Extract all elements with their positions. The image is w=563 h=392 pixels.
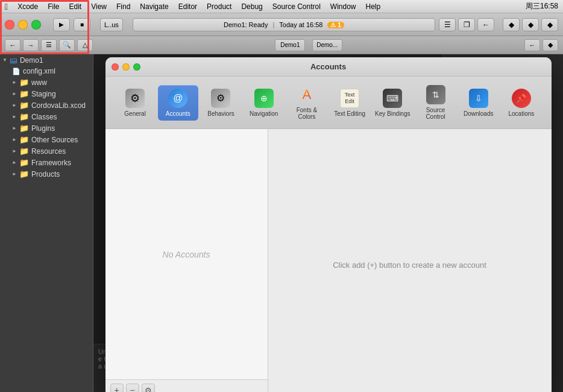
resources-folder-icon: 📁: [19, 147, 29, 156]
www-arrow-icon: ►: [12, 80, 17, 85]
keybindings-tab-icon: ⌨: [383, 89, 402, 108]
sidebar-item-plugins[interactable]: ► 📁 Plugins: [0, 122, 93, 134]
tab-text-editing[interactable]: Text Edit Text Editing: [330, 85, 370, 121]
sidebar-plugins-label: Plugins: [31, 124, 55, 133]
accounts-tab-icon: @: [168, 89, 187, 108]
prefs-body: No Accounts + − ⚙ Click add (+) button t…: [105, 129, 552, 392]
navigator-toggle[interactable]: ◆: [503, 18, 520, 31]
sidebar-item-cordova[interactable]: ► 📁 CordovaLib.xcod: [0, 100, 93, 111]
plugins-arrow-icon: ►: [12, 125, 17, 131]
prefs-maximize-button[interactable]: [133, 63, 140, 71]
project-arrow-icon: ▼: [2, 57, 7, 63]
prefs-window-buttons: [112, 63, 140, 71]
tab-behaviors[interactable]: ⚙ Behaviors: [201, 85, 241, 121]
xcode-toolbar: ▶ ■ L..us Demo1: Ready | Today at 16:58 …: [0, 13, 563, 36]
preferences-dialog: Accounts ⚙ General @ Accounts ⚙ Behavior…: [105, 57, 552, 392]
add-account-button[interactable]: +: [110, 384, 124, 392]
warning-badge: ⚠ 1: [327, 22, 344, 28]
menu-debug[interactable]: Debug: [241, 2, 262, 11]
project-name: Demo1: Ready: [224, 21, 268, 28]
menu-source-control[interactable]: Source Control: [272, 2, 321, 11]
tab-fonts-colors[interactable]: A Fonts & Colors: [286, 81, 327, 124]
cordova-folder-icon: 📁: [19, 101, 29, 110]
sidebar-item-classes[interactable]: ► 📁 Classes: [0, 111, 93, 122]
scheme-label: L..us: [104, 21, 119, 28]
sidebar-frameworks-label: Frameworks: [31, 159, 71, 167]
sidebar-item-staging[interactable]: ► 📁 Staging: [0, 88, 93, 100]
menu-file[interactable]: File: [48, 2, 59, 11]
sidebar-item-other-sources[interactable]: ► 📁 Other Sources: [0, 134, 93, 145]
file-icon: 📄: [12, 68, 20, 75]
toolbar-right-buttons: ☰ ❐ ← ◆ ◆ ◆: [439, 18, 558, 31]
window-maximize-button[interactable]: [31, 20, 41, 30]
warning-button[interactable]: △: [77, 39, 93, 51]
sidebar-products-label: Products: [31, 170, 60, 179]
tab-accounts[interactable]: @ Accounts: [158, 85, 198, 121]
menu-edit[interactable]: Edit: [69, 2, 82, 11]
main-content: ▼ 🖴 Demo1 📄 config.xml ► 📁 www ► 📁 Stagi…: [0, 54, 563, 392]
sidebar-item-www[interactable]: ► 📁 www: [0, 77, 93, 88]
sidebar-cordova-label: CordovaLib.xcod: [31, 101, 86, 110]
menu-product[interactable]: Product: [207, 2, 231, 11]
tab-key-bindings[interactable]: ⌨ Key Bindings: [373, 85, 413, 121]
prefs-title: Accounts: [310, 62, 346, 71]
tab-source-control[interactable]: ⇅ Source Control: [415, 81, 456, 124]
right-nav-btn[interactable]: ←: [524, 39, 540, 51]
products-folder-icon: 📁: [19, 169, 29, 179]
menu-window[interactable]: Window: [330, 2, 356, 11]
sidebar-item-frameworks[interactable]: ► 📁 Frameworks: [0, 157, 93, 168]
run-button[interactable]: ▶: [53, 18, 70, 31]
nav-list-button[interactable]: ☰: [41, 39, 57, 51]
assistant-editor-button[interactable]: ❐: [458, 18, 475, 31]
menu-help[interactable]: Help: [366, 2, 381, 11]
scheme-selector[interactable]: L..us: [100, 18, 123, 31]
accounts-gear-button[interactable]: ⚙: [142, 384, 155, 392]
project-icon: 🖴: [10, 55, 17, 65]
sidebar-item-resources[interactable]: ► 📁 Resources: [0, 145, 93, 157]
window-minimize-button[interactable]: [18, 20, 28, 30]
sidebar-config-label: config.xml: [23, 67, 55, 75]
status-date: Today at 16:58: [279, 21, 322, 28]
tab-locations[interactable]: 📌 Locations: [501, 85, 541, 121]
sidebar-project-root[interactable]: ▼ 🖴 Demo1: [0, 54, 93, 66]
status-bar: Demo1: Ready | Today at 16:58 ⚠ 1: [133, 18, 435, 31]
prefs-minimize-button[interactable]: [122, 63, 130, 71]
sidebar-item-products[interactable]: ► 📁 Products: [0, 168, 93, 180]
utilities-toggle[interactable]: ◆: [541, 18, 558, 31]
text-editing-tab-icon: Text Edit: [340, 89, 359, 108]
sidebar-project-label: Demo1: [20, 56, 43, 65]
tab-general[interactable]: ⚙ General: [115, 85, 155, 121]
menu-editor[interactable]: Editor: [178, 2, 197, 11]
editor-mode-button[interactable]: ☰: [439, 18, 456, 31]
products-arrow-icon: ►: [12, 171, 17, 177]
downloads-tab-icon: ⇩: [469, 89, 488, 108]
remove-account-button[interactable]: −: [126, 384, 139, 392]
accounts-hint-text: Click add (+) button to create a new acc…: [321, 248, 499, 282]
menu-right-items: 周三16:58: [526, 1, 558, 11]
tab-text-editing-label: Text Editing: [334, 110, 365, 117]
breadcrumb-current[interactable]: Demo...: [312, 39, 342, 51]
nav-back-button[interactable]: ←: [5, 39, 20, 51]
tab-navigation[interactable]: ⊕ Navigation: [244, 85, 284, 121]
accounts-list-panel: No Accounts + − ⚙: [105, 129, 268, 392]
window-close-button[interactable]: [5, 20, 14, 30]
prefs-close-button[interactable]: [112, 63, 119, 71]
breadcrumb-back[interactable]: Demo1: [275, 39, 305, 51]
menu-view[interactable]: View: [91, 2, 107, 11]
accounts-detail-panel: Click add (+) button to create a new acc…: [268, 129, 552, 392]
debug-toggle[interactable]: ◆: [522, 18, 539, 31]
tab-downloads[interactable]: ⇩ Downloads: [458, 85, 499, 121]
tab-general-label: General: [124, 110, 146, 117]
right-nav-btn2[interactable]: ◆: [543, 39, 558, 51]
menu-xcode[interactable]: Xcode: [17, 2, 38, 11]
search-button[interactable]: 🔍: [59, 39, 75, 51]
tab-source-control-label: Source Control: [418, 107, 453, 120]
sidebar-item-config[interactable]: 📄 config.xml: [0, 66, 93, 77]
nav-forward-button[interactable]: →: [23, 39, 39, 51]
menu-find[interactable]: Find: [116, 2, 130, 11]
stop-button[interactable]: ■: [74, 18, 90, 31]
prefs-toolbar: ⚙ General @ Accounts ⚙ Behaviors ⊕ Navig…: [105, 77, 552, 129]
staging-folder-icon: 📁: [19, 89, 29, 98]
menu-navigate[interactable]: Navigate: [140, 2, 168, 11]
version-editor-button[interactable]: ←: [477, 18, 494, 31]
